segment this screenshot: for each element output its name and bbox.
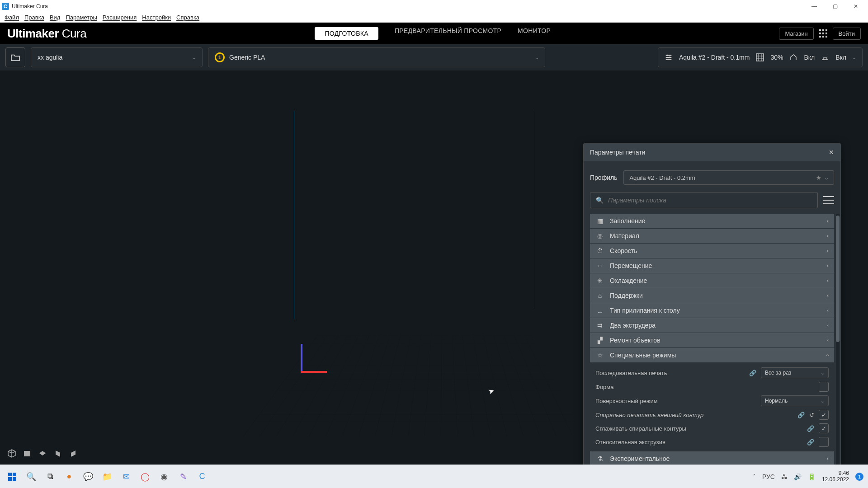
view-front-icon[interactable]: [22, 448, 33, 459]
menu-help[interactable]: Справка: [174, 14, 202, 21]
scrollbar-thumb[interactable]: [836, 216, 840, 342]
search-input[interactable]: [608, 197, 812, 204]
tab-preview[interactable]: ПРЕДВАРИТЕЛЬНЫЙ ПРОСМОТР: [395, 27, 501, 40]
view-right-icon[interactable]: [68, 448, 79, 459]
tray-language[interactable]: РУС: [762, 473, 775, 480]
menu-preferences[interactable]: Настройки: [139, 14, 174, 21]
task-view-button[interactable]: ⧉: [42, 469, 58, 484]
extruder-badge-icon: 1: [215, 52, 225, 62]
taskbar-app-opera[interactable]: ◯: [137, 469, 153, 484]
category-material[interactable]: ◎ Материал ‹: [590, 229, 834, 243]
app-icon: C: [2, 3, 9, 10]
tray-chevron-up-icon[interactable]: ˄: [753, 473, 756, 480]
adhesion-icon: [821, 53, 829, 61]
reset-icon[interactable]: ↺: [809, 412, 814, 418]
spiralize-checkbox[interactable]: [819, 410, 829, 420]
tray-clock[interactable]: 9:46 12.06.2022: [822, 470, 849, 483]
support-icon: ⌂: [595, 292, 604, 299]
taskbar-app-editor[interactable]: ✎: [175, 469, 191, 484]
profile-label: Профиль: [590, 174, 617, 181]
chevron-left-icon: ‹: [827, 337, 829, 343]
taskbar-app-cura[interactable]: C: [194, 469, 210, 484]
menu-view[interactable]: Вид: [47, 14, 63, 21]
adhesion-icon: ⎵: [595, 307, 604, 314]
open-file-button[interactable]: [5, 47, 25, 67]
sequential-print-dropdown[interactable]: Все за раз ⌵: [761, 367, 829, 378]
cursor-icon: ➤: [487, 386, 495, 396]
start-button[interactable]: [5, 469, 20, 484]
taskbar-app-chrome[interactable]: ●: [61, 469, 77, 484]
panel-close-button[interactable]: ✕: [829, 149, 834, 156]
special-modes-items: Последовательная печать 🔗 Все за раз ⌵ Ф…: [590, 363, 834, 451]
menu-settings[interactable]: Параметры: [63, 14, 99, 21]
category-speed[interactable]: ⏱ Скорость ‹: [590, 244, 834, 258]
profile-value: Aquila #2 - Draft - 0.2mm: [629, 174, 695, 181]
view-left-icon[interactable]: [52, 448, 63, 459]
hamburger-menu-button[interactable]: [823, 195, 834, 206]
chevron-down-icon: ⌵: [821, 370, 825, 376]
taskbar-app-explorer[interactable]: 📁: [99, 469, 115, 484]
signin-button[interactable]: Войти: [833, 28, 861, 40]
fan-icon: ✳: [595, 277, 604, 284]
build-volume-edge: [535, 111, 535, 310]
taskbar-app-teams[interactable]: 💬: [80, 469, 96, 484]
chevron-left-icon: ‹: [827, 263, 829, 269]
summary-profile-name: Aquila #2 - Draft - 0.1mm: [679, 54, 750, 61]
link-icon[interactable]: 🔗: [797, 412, 805, 418]
settings-search[interactable]: 🔍: [590, 192, 818, 208]
tray-date: 12.06.2022: [822, 477, 849, 483]
category-adhesion[interactable]: ⎵ Тип прилипания к столу ‹: [590, 303, 834, 318]
apps-grid-icon[interactable]: [819, 29, 827, 38]
taskbar-app-mail[interactable]: ✉: [118, 469, 134, 484]
menu-extensions[interactable]: Расширения: [100, 14, 140, 21]
category-experimental[interactable]: ⚗ Экспериментальное ‹: [590, 451, 834, 465]
printer-selector[interactable]: xx agulia ⌵: [31, 47, 203, 67]
chevron-down-icon: ⌵: [535, 55, 538, 61]
search-button[interactable]: 🔍: [24, 469, 39, 484]
category-meshfix[interactable]: ▞ Ремонт объектов ‹: [590, 333, 834, 347]
smooth-spiral-checkbox[interactable]: [819, 423, 829, 433]
tab-monitor[interactable]: МОНИТОР: [518, 27, 551, 40]
window-close[interactable]: ✕: [845, 0, 866, 13]
category-cooling[interactable]: ✳ Охлаждение ‹: [590, 273, 834, 288]
tray-notifications[interactable]: 1: [855, 473, 863, 481]
view-top-icon[interactable]: [37, 448, 48, 459]
menu-edit[interactable]: Правка: [22, 14, 47, 21]
svg-point-0: [666, 55, 668, 56]
folder-icon: [10, 53, 20, 61]
material-selector[interactable]: 1 Generic PLA ⌵: [208, 47, 545, 67]
category-travel[interactable]: ↔ Перемещение ‹: [590, 258, 834, 273]
link-icon[interactable]: 🔗: [749, 370, 756, 376]
profile-summary-button[interactable]: Aquila #2 - Draft - 0.1mm 30% Вкл Вкл ⌵: [658, 47, 863, 67]
link-icon[interactable]: 🔗: [807, 439, 814, 446]
link-icon[interactable]: 🔗: [807, 425, 814, 432]
surface-mode-dropdown[interactable]: Нормаль ⌵: [761, 395, 829, 406]
category-infill[interactable]: ▦ Заполнение ‹: [590, 214, 834, 228]
tray-battery-icon[interactable]: 🔋: [808, 473, 816, 480]
mold-checkbox[interactable]: [819, 382, 829, 392]
category-special-modes[interactable]: ☆ Специальные режимы ‹: [590, 348, 834, 362]
chevron-left-icon: ‹: [827, 307, 829, 314]
star-icon[interactable]: ★: [816, 174, 821, 181]
setting-relative-extrusion: Относительная экструзия 🔗: [590, 435, 834, 449]
taskbar-app-steam[interactable]: ◉: [156, 469, 172, 484]
tray-time: 9:46: [822, 470, 849, 477]
flask-icon: ⚗: [595, 455, 604, 462]
window-maximize[interactable]: ▢: [825, 0, 845, 13]
marketplace-button[interactable]: Магазин: [779, 28, 813, 40]
profile-dropdown[interactable]: Aquila #2 - Draft - 0.2mm ★ ⌵: [623, 170, 834, 185]
window-minimize[interactable]: —: [804, 0, 825, 13]
chevron-down-icon: ⌵: [821, 398, 825, 404]
viewport-3d[interactable]: ➤ Параметры печати ✕ Профиль Aquila #2 -…: [0, 70, 868, 465]
tray-volume-icon[interactable]: 🔊: [794, 473, 802, 480]
axis-x-icon: [301, 371, 327, 373]
menu-file[interactable]: Файл: [2, 14, 22, 21]
chevron-left-icon: ‹: [827, 218, 829, 224]
category-support[interactable]: ⌂ Поддержки ‹: [590, 288, 834, 303]
tray-network-icon[interactable]: 🖧: [781, 473, 788, 480]
tab-prepare[interactable]: ПОДГОТОВКА: [315, 27, 378, 40]
sliders-icon: [665, 53, 673, 61]
category-dual-extrusion[interactable]: ⇉ Два экструдера ‹: [590, 318, 834, 333]
relative-extrusion-checkbox[interactable]: [819, 437, 829, 447]
view-iso-icon[interactable]: [6, 448, 17, 459]
